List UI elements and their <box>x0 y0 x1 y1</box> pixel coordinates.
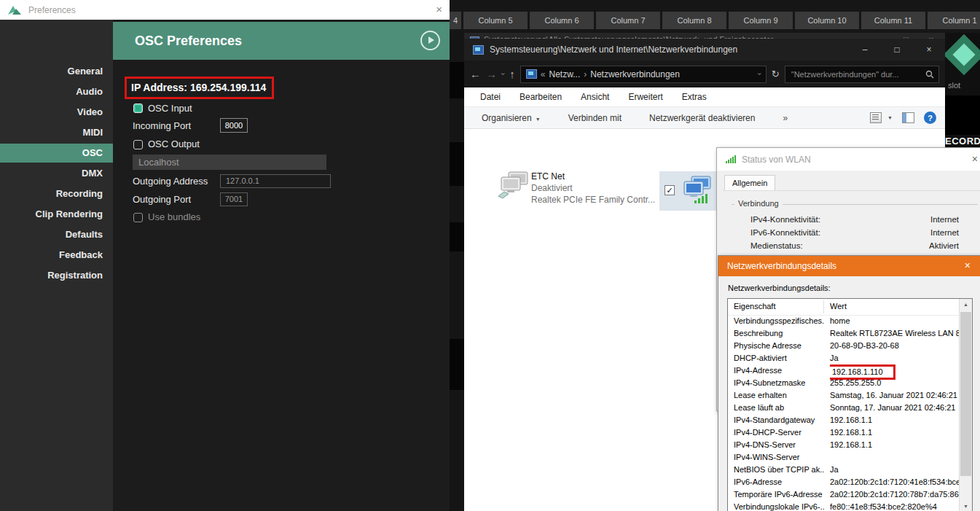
sidebar-item-general[interactable]: General <box>0 62 113 81</box>
play-button[interactable] <box>420 31 440 50</box>
column-tab[interactable]: Column 9 <box>729 12 793 29</box>
localhost-input[interactable]: Localhost <box>133 155 326 170</box>
status-dialog-titlebar[interactable]: Status von WLAN × <box>717 148 980 171</box>
column-tabs: 4 Column 5 Column 6 Column 7 Column 8 Co… <box>450 12 980 29</box>
help-icon[interactable]: ? <box>924 112 936 124</box>
table-row[interactable]: IPv4-DHCP-Server192.168.1.1 <box>728 426 960 439</box>
history-chevron-icon[interactable]: › <box>499 73 507 75</box>
column-header-value[interactable]: Wert <box>830 302 847 311</box>
table-row[interactable]: IPv4-DNS-Server192.168.1.1 <box>728 439 960 451</box>
details-dialog-titlebar[interactable]: Netzwerkverbindungsdetails × <box>718 256 980 276</box>
table-row[interactable]: Verbindungslokale IPv6-...fe80::41e8:f53… <box>728 501 960 511</box>
breadcrumb-root[interactable]: Netzw... <box>549 69 581 79</box>
toolbar-overflow-icon[interactable]: » <box>783 113 788 123</box>
tab-allgemein[interactable]: Allgemein <box>724 175 775 190</box>
details-table[interactable]: Eigenschaft Wert Verbindungsspezifisches… <box>727 298 973 511</box>
scrollbar[interactable]: ▲ ▼ <box>959 299 972 511</box>
search-icon[interactable] <box>925 70 934 79</box>
sidebar-item-clip-rendering[interactable]: Clip Rendering <box>0 205 113 224</box>
sidebar-item-registration[interactable]: Registration <box>0 266 113 285</box>
status-row-value: Internet <box>930 215 959 224</box>
use-bundles-checkbox[interactable] <box>133 213 143 222</box>
table-row[interactable]: Lease läuft abSonntag, 17. Januar 2021 0… <box>728 402 960 414</box>
outgoing-port-input[interactable]: 7001 <box>220 192 248 206</box>
search-box[interactable] <box>785 66 939 83</box>
column-tab[interactable]: Column 10 <box>795 12 859 29</box>
table-row[interactable]: DHCP-aktiviertJa <box>728 352 960 364</box>
close-icon[interactable]: × <box>436 3 442 15</box>
network-item-etcnet[interactable] <box>497 171 530 202</box>
empty-clip-cell[interactable] <box>945 95 980 135</box>
connect-to-button[interactable]: Verbinden mit <box>568 113 622 123</box>
column-tab[interactable]: Column 6 <box>530 12 594 29</box>
minimize-icon[interactable]: – <box>849 44 881 55</box>
table-row[interactable]: IPv6-Adresse2a02:120b:2c1d:7120:41e8:f53… <box>728 476 960 488</box>
up-icon[interactable]: ↑ <box>509 68 515 80</box>
sidebar-item-defaults[interactable]: Defaults <box>0 225 113 244</box>
record-label[interactable]: ECORD <box>945 136 980 147</box>
close-icon[interactable]: × <box>972 153 978 165</box>
explorer-titlebar[interactable]: Systemsteuerung\Netzwerk und Internet\Ne… <box>464 39 945 61</box>
breadcrumb-chevrons-icon[interactable]: « <box>541 69 546 79</box>
outgoing-address-input[interactable]: 127.0.0.1 <box>220 174 331 188</box>
breadcrumb[interactable]: « Netzw... › Netzwerkverbindungen › <box>520 66 767 83</box>
osc-input-checkbox[interactable] <box>133 104 143 113</box>
table-row[interactable]: BeschreibungRealtek RTL8723AE Wireless L… <box>728 327 960 340</box>
table-row-ipv4-address[interactable]: IPv4-Adresse192.168.1.110 <box>728 364 960 377</box>
menu-datei[interactable]: Datei <box>480 92 501 102</box>
sidebar-item-dmx[interactable]: DMX <box>0 164 113 183</box>
organize-button[interactable]: Organisieren▼ <box>482 113 541 123</box>
table-row[interactable]: Verbindungsspezifisches...home <box>728 315 960 327</box>
details-table-header[interactable]: Eigenschaft Wert <box>728 299 960 316</box>
sidebar-item-midi[interactable]: MIDI <box>0 123 113 142</box>
sidebar-item-feedback[interactable]: Feedback <box>0 246 113 265</box>
preview-pane-icon[interactable] <box>902 112 914 123</box>
view-switcher-button[interactable]: ▼ <box>870 112 893 123</box>
table-row[interactable]: Physische Adresse20-68-9D-B3-20-68 <box>728 340 960 352</box>
etcnet-name[interactable]: ETC Net <box>531 171 565 182</box>
background-window-titlebar[interactable]: Systemsteuerung\Alle Systemsteuerungsele… <box>464 33 945 39</box>
sidebar-item-video[interactable]: Video <box>0 103 113 122</box>
scroll-down-icon[interactable]: ▼ <box>960 501 972 511</box>
scroll-up-icon[interactable]: ▲ <box>960 299 972 311</box>
preferences-titlebar[interactable]: Preferences × <box>0 0 450 20</box>
resolume-left-strip <box>450 33 464 511</box>
table-row[interactable]: IPv4-WINS-Server <box>728 451 960 464</box>
menu-bearbeiten[interactable]: Bearbeiten <box>520 92 562 102</box>
menu-extras[interactable]: Extras <box>682 92 707 102</box>
close-icon[interactable]: × <box>965 260 971 271</box>
sidebar-item-recording[interactable]: Recording <box>0 184 113 203</box>
menu-ansicht[interactable]: Ansicht <box>581 92 609 102</box>
details-view-icon <box>870 112 882 123</box>
forward-icon[interactable]: → <box>486 68 497 80</box>
menu-erweitert[interactable]: Erweitert <box>628 92 662 102</box>
column-tab[interactable]: Column 8 <box>662 12 726 29</box>
column-header-property[interactable]: Eigenschaft <box>734 302 775 311</box>
maximize-icon[interactable]: □ <box>881 44 913 55</box>
scrollbar-thumb[interactable] <box>960 312 971 476</box>
column-separator[interactable] <box>823 300 824 313</box>
osc-output-checkbox[interactable] <box>133 140 143 149</box>
search-input[interactable] <box>790 69 925 79</box>
table-row[interactable]: IPv4-Standardgateway192.168.1.1 <box>728 414 960 426</box>
disable-network-device-button[interactable]: Netzwerkgerät deaktivieren <box>649 113 755 123</box>
incoming-port-input[interactable]: 8000 <box>220 118 248 133</box>
table-row[interactable]: Temporäre IPv6-Adresse2a02:120b:2c1d:712… <box>728 488 960 501</box>
refresh-icon[interactable]: ↻ <box>772 69 780 79</box>
column-tab[interactable]: Column 5 <box>463 12 528 29</box>
address-dropdown-icon[interactable]: › <box>756 73 764 75</box>
explorer-window-title: Systemsteuerung\Netzwerk und Internet\Ne… <box>490 44 737 55</box>
column-tab[interactable]: Column 11 <box>861 12 925 29</box>
column-tab[interactable]: Column 1 <box>928 12 980 29</box>
close-icon[interactable]: × <box>913 44 945 55</box>
column-tab[interactable]: Column 7 <box>596 12 660 29</box>
wlan-checkbox[interactable]: ✓ <box>665 185 675 195</box>
breadcrumb-separator-icon[interactable]: › <box>584 69 587 79</box>
breadcrumb-current[interactable]: Netzwerkverbindungen <box>590 69 680 79</box>
sidebar-item-audio[interactable]: Audio <box>0 82 113 101</box>
table-row[interactable]: Lease erhaltenSamstag, 16. Januar 2021 0… <box>728 389 960 402</box>
back-icon[interactable]: ← <box>470 68 481 80</box>
column-tab[interactable]: 4 <box>450 12 461 29</box>
sidebar-item-osc[interactable]: OSC <box>0 144 113 163</box>
table-row[interactable]: NetBIOS über TCPIP ak...Ja <box>728 464 960 476</box>
